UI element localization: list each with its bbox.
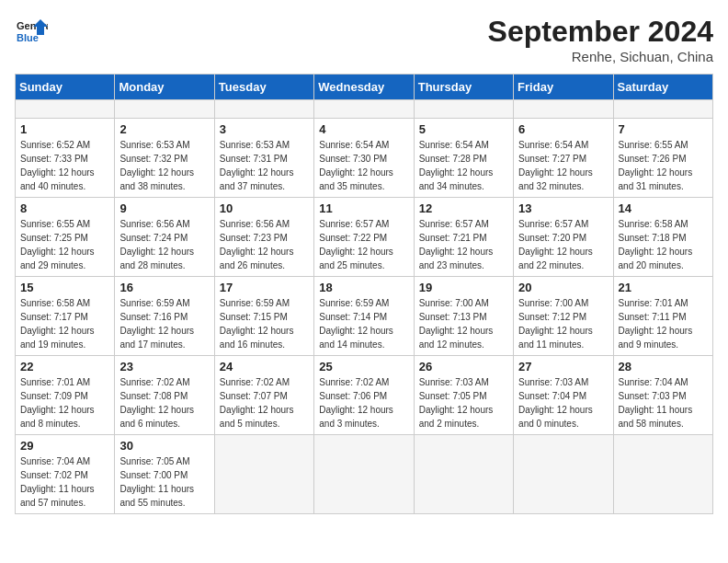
calendar-week-2: 1Sunrise: 6:52 AMSunset: 7:33 PMDaylight… <box>16 119 713 198</box>
day-number: 30 <box>119 439 209 453</box>
calendar-cell: 17Sunrise: 6:59 AMSunset: 7:15 PMDayligh… <box>214 277 313 356</box>
calendar-header-row: SundayMondayTuesdayWednesdayThursdayFrid… <box>16 75 713 100</box>
day-info: Sunrise: 7:04 AMSunset: 7:02 PMDaylight:… <box>20 454 109 510</box>
day-info: Sunrise: 6:57 AMSunset: 7:21 PMDaylight:… <box>419 217 508 272</box>
calendar-cell: 4Sunrise: 6:54 AMSunset: 7:30 PMDaylight… <box>314 119 414 198</box>
day-info: Sunrise: 7:01 AMSunset: 7:09 PMDaylight:… <box>20 375 109 431</box>
calendar-cell: 26Sunrise: 7:03 AMSunset: 7:05 PMDayligh… <box>414 356 513 435</box>
calendar-table: SundayMondayTuesdayWednesdayThursdayFrid… <box>15 74 713 514</box>
calendar-cell: 10Sunrise: 6:56 AMSunset: 7:23 PMDayligh… <box>214 198 313 277</box>
calendar-cell: 28Sunrise: 7:04 AMSunset: 7:03 PMDayligh… <box>613 356 712 435</box>
day-info: Sunrise: 7:01 AMSunset: 7:11 PMDaylight:… <box>619 296 708 351</box>
logo-icon: General Blue <box>15 15 48 48</box>
day-info: Sunrise: 6:54 AMSunset: 7:28 PMDaylight:… <box>419 138 508 193</box>
day-info: Sunrise: 7:00 AMSunset: 7:13 PMDaylight:… <box>419 296 508 351</box>
day-info: Sunrise: 6:59 AMSunset: 7:16 PMDaylight:… <box>119 296 209 351</box>
day-number: 17 <box>220 281 309 294</box>
day-number: 2 <box>119 122 209 136</box>
calendar-cell: 18Sunrise: 6:59 AMSunset: 7:14 PMDayligh… <box>314 277 414 356</box>
day-info: Sunrise: 6:58 AMSunset: 7:18 PMDaylight:… <box>619 217 708 272</box>
calendar-cell: 22Sunrise: 7:01 AMSunset: 7:09 PMDayligh… <box>16 356 115 435</box>
calendar-week-4: 15Sunrise: 6:58 AMSunset: 7:17 PMDayligh… <box>16 277 713 356</box>
calendar-cell: 2Sunrise: 6:53 AMSunset: 7:32 PMDaylight… <box>115 119 214 198</box>
calendar-cell: 3Sunrise: 6:53 AMSunset: 7:31 PMDaylight… <box>214 119 313 198</box>
calendar-week-1 <box>16 100 713 119</box>
column-header-saturday: Saturday <box>613 75 712 100</box>
calendar-cell: 5Sunrise: 6:54 AMSunset: 7:28 PMDaylight… <box>414 119 513 198</box>
logo: General Blue <box>15 15 48 48</box>
day-number: 14 <box>619 201 708 215</box>
calendar-cell: 9Sunrise: 6:56 AMSunset: 7:24 PMDaylight… <box>115 198 214 277</box>
day-number: 26 <box>419 360 508 373</box>
column-header-thursday: Thursday <box>414 75 513 100</box>
column-header-friday: Friday <box>514 75 613 100</box>
calendar-cell <box>414 435 513 514</box>
day-info: Sunrise: 6:54 AMSunset: 7:30 PMDaylight:… <box>319 138 408 193</box>
column-header-sunday: Sunday <box>16 75 115 100</box>
day-number: 28 <box>619 360 708 373</box>
day-info: Sunrise: 7:03 AMSunset: 7:04 PMDaylight:… <box>518 375 608 431</box>
day-number: 29 <box>20 439 109 453</box>
day-info: Sunrise: 6:56 AMSunset: 7:23 PMDaylight:… <box>220 217 309 272</box>
calendar-cell <box>214 435 313 514</box>
day-number: 6 <box>518 122 608 136</box>
day-number: 18 <box>319 281 408 294</box>
day-number: 11 <box>319 201 408 215</box>
day-info: Sunrise: 6:54 AMSunset: 7:27 PMDaylight:… <box>518 138 608 193</box>
calendar-cell: 25Sunrise: 7:02 AMSunset: 7:06 PMDayligh… <box>314 356 414 435</box>
day-info: Sunrise: 7:02 AMSunset: 7:06 PMDaylight:… <box>319 375 408 431</box>
calendar-week-5: 22Sunrise: 7:01 AMSunset: 7:09 PMDayligh… <box>16 356 713 435</box>
calendar-cell: 27Sunrise: 7:03 AMSunset: 7:04 PMDayligh… <box>514 356 613 435</box>
day-number: 25 <box>319 360 408 373</box>
day-info: Sunrise: 6:57 AMSunset: 7:22 PMDaylight:… <box>319 217 408 272</box>
day-info: Sunrise: 7:05 AMSunset: 7:00 PMDaylight:… <box>119 454 209 510</box>
calendar-cell: 20Sunrise: 7:00 AMSunset: 7:12 PMDayligh… <box>514 277 613 356</box>
day-info: Sunrise: 6:53 AMSunset: 7:31 PMDaylight:… <box>220 138 309 193</box>
calendar-cell: 6Sunrise: 6:54 AMSunset: 7:27 PMDaylight… <box>514 119 613 198</box>
day-info: Sunrise: 6:53 AMSunset: 7:32 PMDaylight:… <box>119 138 209 193</box>
day-info: Sunrise: 6:59 AMSunset: 7:14 PMDaylight:… <box>319 296 408 351</box>
column-header-monday: Monday <box>115 75 214 100</box>
location: Renhe, Sichuan, China <box>488 49 713 64</box>
day-number: 1 <box>20 122 109 136</box>
day-number: 7 <box>619 122 708 136</box>
day-info: Sunrise: 7:04 AMSunset: 7:03 PMDaylight:… <box>619 375 708 431</box>
day-number: 8 <box>20 201 109 215</box>
day-info: Sunrise: 7:03 AMSunset: 7:05 PMDaylight:… <box>419 375 508 431</box>
calendar-cell <box>514 435 613 514</box>
calendar-cell: 16Sunrise: 6:59 AMSunset: 7:16 PMDayligh… <box>115 277 214 356</box>
day-number: 13 <box>518 201 608 215</box>
calendar-cell: 14Sunrise: 6:58 AMSunset: 7:18 PMDayligh… <box>613 198 712 277</box>
calendar-cell <box>314 100 414 119</box>
calendar-cell <box>314 435 414 514</box>
calendar-week-6: 29Sunrise: 7:04 AMSunset: 7:02 PMDayligh… <box>16 435 713 514</box>
day-number: 10 <box>220 201 309 215</box>
day-number: 19 <box>419 281 508 294</box>
calendar-cell: 24Sunrise: 7:02 AMSunset: 7:07 PMDayligh… <box>214 356 313 435</box>
day-number: 27 <box>518 360 608 373</box>
day-number: 24 <box>220 360 309 373</box>
day-number: 3 <box>220 122 309 136</box>
calendar-cell <box>414 100 513 119</box>
day-info: Sunrise: 6:55 AMSunset: 7:25 PMDaylight:… <box>20 217 109 272</box>
day-info: Sunrise: 7:02 AMSunset: 7:08 PMDaylight:… <box>119 375 209 431</box>
day-info: Sunrise: 6:56 AMSunset: 7:24 PMDaylight:… <box>119 217 209 272</box>
day-number: 20 <box>518 281 608 294</box>
calendar-cell: 21Sunrise: 7:01 AMSunset: 7:11 PMDayligh… <box>613 277 712 356</box>
day-number: 12 <box>419 201 508 215</box>
calendar-cell: 1Sunrise: 6:52 AMSunset: 7:33 PMDaylight… <box>16 119 115 198</box>
calendar-cell: 15Sunrise: 6:58 AMSunset: 7:17 PMDayligh… <box>16 277 115 356</box>
calendar-cell <box>613 435 712 514</box>
day-number: 4 <box>319 122 408 136</box>
column-header-wednesday: Wednesday <box>314 75 414 100</box>
day-number: 15 <box>20 281 109 294</box>
calendar-cell: 29Sunrise: 7:04 AMSunset: 7:02 PMDayligh… <box>16 435 115 514</box>
day-info: Sunrise: 7:02 AMSunset: 7:07 PMDaylight:… <box>220 375 309 431</box>
calendar-cell <box>115 100 214 119</box>
day-number: 23 <box>119 360 209 373</box>
day-number: 9 <box>119 201 209 215</box>
day-info: Sunrise: 7:00 AMSunset: 7:12 PMDaylight:… <box>518 296 608 351</box>
day-info: Sunrise: 6:55 AMSunset: 7:26 PMDaylight:… <box>619 138 708 193</box>
calendar-cell <box>613 100 712 119</box>
day-info: Sunrise: 6:59 AMSunset: 7:15 PMDaylight:… <box>220 296 309 351</box>
